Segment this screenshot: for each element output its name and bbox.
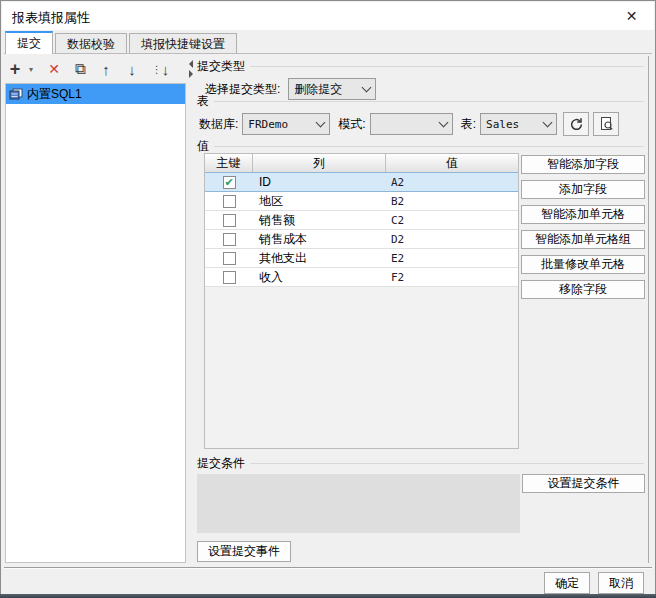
move-up-icon[interactable]: ↑ — [93, 58, 119, 80]
tab-strip: 提交 数据校验 填报快捷键设置 — [5, 31, 239, 54]
smart-add-cell-group-button[interactable]: 智能添加单元格组 — [521, 230, 645, 249]
submit-list: 内置SQL1 — [5, 83, 186, 563]
col-header-primary-key[interactable]: 主键 — [205, 154, 253, 172]
tab-fill-shortcuts[interactable]: 填报快捷键设置 — [129, 33, 237, 54]
table-row[interactable]: 收入 F2 — [205, 268, 518, 287]
group-submit-condition: 提交条件 — [197, 455, 644, 472]
cell-value[interactable]: C2 — [386, 211, 518, 229]
group-submit-type: 提交类型 — [197, 58, 644, 75]
group-submit-type-label: 提交类型 — [197, 58, 245, 75]
table-row[interactable]: 销售成本 D2 — [205, 230, 518, 249]
schema-label: 模式: — [338, 116, 365, 133]
schema-select[interactable] — [370, 113, 453, 135]
primary-key-checkbox[interactable] — [223, 214, 236, 227]
background-app-strip — [0, 594, 656, 598]
chevron-down-icon[interactable] — [539, 114, 556, 134]
tab-data-validation[interactable]: 数据校验 — [55, 33, 127, 54]
preview-icon[interactable] — [593, 112, 619, 136]
database-select[interactable]: FRDemo — [242, 113, 330, 135]
table-select[interactable]: Sales — [480, 113, 557, 135]
chevron-down-icon[interactable] — [312, 114, 329, 134]
footer-divider — [4, 567, 652, 569]
col-header-column[interactable]: 列 — [253, 154, 386, 172]
screen: 报表填报属性 ✕ 提交 数据校验 填报快捷键设置 + ▾ ✕ ⧉ ↑ ↓ ⋮↓ — [0, 0, 656, 598]
collapse-left-icon[interactable] — [189, 60, 193, 68]
primary-key-checkbox[interactable] — [223, 252, 236, 265]
primary-key-checkbox[interactable] — [223, 233, 236, 246]
cell-value[interactable]: B2 — [386, 192, 518, 210]
table-row[interactable]: 销售额 C2 — [205, 211, 518, 230]
batch-modify-cell-button[interactable]: 批量修改单元格 — [521, 255, 645, 274]
primary-key-checkbox[interactable] — [223, 195, 236, 208]
add-dropdown-icon[interactable]: ▾ — [25, 58, 37, 80]
set-submit-event-button[interactable]: 设置提交事件 — [197, 541, 291, 562]
chevron-down-icon[interactable] — [435, 114, 452, 134]
group-line — [214, 146, 644, 147]
submit-condition-box — [197, 474, 520, 533]
smart-add-field-button[interactable]: 智能添加字段 — [521, 155, 645, 174]
cell-value[interactable]: E2 — [386, 249, 518, 267]
group-line — [214, 101, 644, 102]
cell-column[interactable]: 地区 — [253, 192, 386, 210]
submit-detail-panel: 提交类型 选择提交类型: 删除提交 表 数据库: FRDemo 模式: — [195, 56, 649, 563]
database-value: FRDemo — [243, 118, 312, 131]
group-table-label: 表 — [197, 93, 209, 110]
close-icon[interactable]: ✕ — [609, 2, 654, 30]
cell-column[interactable]: 销售额 — [253, 211, 386, 229]
cell-column[interactable]: 其他支出 — [253, 249, 386, 267]
smart-add-cell-button[interactable]: 智能添加单元格 — [521, 205, 645, 224]
list-item-builtin-sql[interactable]: 内置SQL1 — [6, 84, 185, 104]
tab-submit[interactable]: 提交 — [5, 31, 53, 54]
collapse-right-icon[interactable] — [189, 70, 193, 78]
table-row[interactable]: 地区 B2 — [205, 192, 518, 211]
table-row: 数据库: FRDemo 模式: 表: Sales — [199, 112, 619, 136]
add-icon[interactable]: + — [5, 58, 25, 80]
set-submit-condition-button[interactable]: 设置提交条件 — [522, 474, 645, 493]
add-field-button[interactable]: 添加字段 — [521, 180, 645, 199]
table-row[interactable]: ✔ ID A2 — [205, 172, 518, 192]
move-down-icon[interactable]: ↓ — [119, 58, 145, 80]
cell-value[interactable]: D2 — [386, 230, 518, 248]
title-bar: 报表填报属性 ✕ — [2, 2, 654, 30]
group-line — [250, 66, 644, 67]
cancel-button[interactable]: 取消 — [598, 572, 644, 594]
value-table: 主键 列 值 ✔ ID A2 地区 B2 销售额 C2 — [204, 153, 519, 449]
database-label: 数据库: — [199, 116, 238, 133]
cell-value[interactable]: A2 — [386, 173, 518, 191]
table-label: 表: — [461, 116, 476, 133]
cell-value[interactable]: F2 — [386, 268, 518, 286]
cell-column[interactable]: 销售成本 — [253, 230, 386, 248]
table-row[interactable]: 其他支出 E2 — [205, 249, 518, 268]
sort-icon[interactable]: ⋮↓ — [145, 58, 175, 80]
panel-splitter[interactable] — [187, 56, 195, 563]
ok-button[interactable]: 确定 — [544, 572, 590, 594]
cell-column[interactable]: ID — [253, 173, 386, 191]
report-fill-properties-dialog: 报表填报属性 ✕ 提交 数据校验 填报快捷键设置 + ▾ ✕ ⧉ ↑ ↓ ⋮↓ — [0, 0, 656, 595]
primary-key-checkbox[interactable]: ✔ — [223, 176, 236, 189]
remove-field-button[interactable]: 移除字段 — [521, 280, 645, 299]
refresh-icon[interactable] — [563, 112, 589, 136]
copy-icon[interactable]: ⧉ — [67, 58, 93, 80]
value-table-header: 主键 列 值 — [205, 154, 518, 173]
col-header-value[interactable]: 值 — [386, 154, 518, 172]
cell-column[interactable]: 收入 — [253, 268, 386, 286]
group-line — [250, 463, 644, 464]
sort-dots-glyph: ⋮ — [152, 64, 161, 75]
primary-key-checkbox[interactable] — [223, 271, 236, 284]
tab-content-divider — [4, 53, 652, 54]
delete-icon[interactable]: ✕ — [41, 58, 67, 80]
dialog-title: 报表填报属性 — [12, 9, 90, 27]
group-table: 表 — [197, 93, 644, 110]
builtin-sql-icon — [8, 87, 24, 101]
submit-list-panel: + ▾ ✕ ⧉ ↑ ↓ ⋮↓ — [5, 56, 186, 563]
list-item-label: 内置SQL1 — [27, 86, 82, 103]
sort-arrow-glyph: ↓ — [162, 61, 169, 78]
list-toolbar: + ▾ ✕ ⧉ ↑ ↓ ⋮↓ — [5, 56, 186, 82]
table-value: Sales — [481, 118, 539, 131]
group-submit-condition-label: 提交条件 — [197, 455, 245, 472]
